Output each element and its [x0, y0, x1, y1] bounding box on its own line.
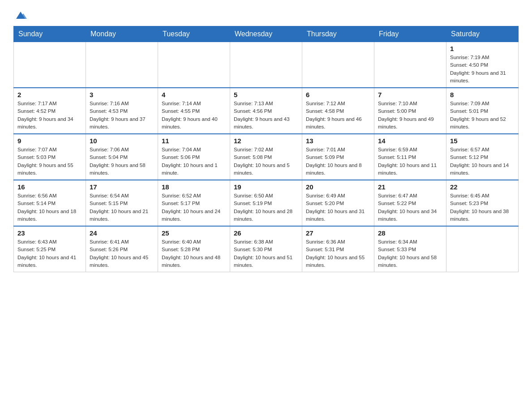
calendar-day-header: Friday: [374, 26, 446, 42]
day-info: Sunrise: 6:49 AMSunset: 5:20 PMDaylight:…: [306, 192, 370, 223]
day-info: Sunrise: 6:52 AMSunset: 5:17 PMDaylight:…: [162, 192, 226, 223]
calendar-day-header: Tuesday: [158, 26, 230, 42]
day-number: 18: [162, 183, 226, 191]
day-info: Sunrise: 6:38 AMSunset: 5:30 PMDaylight:…: [234, 238, 298, 269]
day-info: Sunrise: 7:06 AMSunset: 5:04 PMDaylight:…: [90, 146, 154, 177]
calendar-day-cell: 2Sunrise: 7:17 AMSunset: 4:52 PMDaylight…: [14, 88, 86, 134]
day-number: 19: [234, 183, 298, 191]
calendar-day-cell: [14, 42, 86, 88]
day-number: 2: [17, 91, 82, 98]
day-number: 23: [17, 229, 82, 237]
day-info: Sunrise: 6:59 AMSunset: 5:11 PMDaylight:…: [378, 146, 442, 177]
day-number: 3: [90, 91, 154, 98]
day-number: 5: [234, 91, 298, 98]
calendar-day-cell: 5Sunrise: 7:13 AMSunset: 4:56 PMDaylight…: [230, 88, 302, 134]
day-info: Sunrise: 6:43 AMSunset: 5:25 PMDaylight:…: [17, 238, 82, 269]
day-number: 1: [450, 45, 515, 52]
calendar-day-cell: 24Sunrise: 6:41 AMSunset: 5:26 PMDayligh…: [86, 226, 158, 272]
calendar-day-cell: [374, 42, 446, 88]
day-info: Sunrise: 6:50 AMSunset: 5:19 PMDaylight:…: [234, 192, 298, 223]
calendar-day-cell: 8Sunrise: 7:09 AMSunset: 5:01 PMDaylight…: [446, 88, 519, 134]
calendar-day-cell: 23Sunrise: 6:43 AMSunset: 5:25 PMDayligh…: [14, 226, 86, 272]
calendar-day-cell: 14Sunrise: 6:59 AMSunset: 5:11 PMDayligh…: [374, 134, 446, 180]
calendar-day-cell: 4Sunrise: 7:14 AMSunset: 4:55 PMDaylight…: [158, 88, 230, 134]
calendar-week-row: 9Sunrise: 7:07 AMSunset: 5:03 PMDaylight…: [14, 134, 519, 180]
day-info: Sunrise: 7:04 AMSunset: 5:06 PMDaylight:…: [162, 146, 226, 177]
calendar-week-row: 1Sunrise: 7:19 AMSunset: 4:50 PMDaylight…: [14, 42, 519, 88]
logo: [13, 9, 28, 21]
day-number: 4: [162, 91, 226, 98]
day-number: 20: [306, 183, 370, 191]
calendar-table: SundayMondayTuesdayWednesdayThursdayFrid…: [13, 26, 519, 272]
calendar-day-header: Wednesday: [230, 26, 302, 42]
day-info: Sunrise: 6:54 AMSunset: 5:15 PMDaylight:…: [90, 192, 154, 223]
calendar-day-cell: [86, 42, 158, 88]
day-info: Sunrise: 7:12 AMSunset: 4:58 PMDaylight:…: [306, 100, 370, 131]
day-number: 9: [17, 137, 82, 145]
calendar-day-cell: 6Sunrise: 7:12 AMSunset: 4:58 PMDaylight…: [302, 88, 374, 134]
calendar-day-cell: 3Sunrise: 7:16 AMSunset: 4:53 PMDaylight…: [86, 88, 158, 134]
calendar-day-cell: 20Sunrise: 6:49 AMSunset: 5:20 PMDayligh…: [302, 180, 374, 226]
calendar-day-cell: [158, 42, 230, 88]
day-number: 26: [234, 229, 298, 237]
day-number: 10: [90, 137, 154, 145]
day-info: Sunrise: 6:57 AMSunset: 5:12 PMDaylight:…: [450, 146, 515, 177]
calendar-day-cell: 7Sunrise: 7:10 AMSunset: 5:00 PMDaylight…: [374, 88, 446, 134]
day-info: Sunrise: 7:16 AMSunset: 4:53 PMDaylight:…: [90, 100, 154, 131]
calendar-day-cell: [230, 42, 302, 88]
calendar-day-cell: 13Sunrise: 7:01 AMSunset: 5:09 PMDayligh…: [302, 134, 374, 180]
day-info: Sunrise: 7:10 AMSunset: 5:00 PMDaylight:…: [378, 100, 442, 131]
calendar-day-cell: 15Sunrise: 6:57 AMSunset: 5:12 PMDayligh…: [446, 134, 519, 180]
day-info: Sunrise: 7:07 AMSunset: 5:03 PMDaylight:…: [17, 146, 82, 177]
calendar-day-cell: 17Sunrise: 6:54 AMSunset: 5:15 PMDayligh…: [86, 180, 158, 226]
calendar-day-cell: 22Sunrise: 6:45 AMSunset: 5:23 PMDayligh…: [446, 180, 519, 226]
day-info: Sunrise: 7:09 AMSunset: 5:01 PMDaylight:…: [450, 100, 515, 131]
calendar-day-cell: 26Sunrise: 6:38 AMSunset: 5:30 PMDayligh…: [230, 226, 302, 272]
calendar-day-cell: 1Sunrise: 7:19 AMSunset: 4:50 PMDaylight…: [446, 42, 519, 88]
day-number: 11: [162, 137, 226, 145]
day-number: 16: [17, 183, 82, 191]
calendar-day-cell: 10Sunrise: 7:06 AMSunset: 5:04 PMDayligh…: [86, 134, 158, 180]
day-info: Sunrise: 6:40 AMSunset: 5:28 PMDaylight:…: [162, 238, 226, 269]
calendar-day-cell: 21Sunrise: 6:47 AMSunset: 5:22 PMDayligh…: [374, 180, 446, 226]
calendar-day-header: Sunday: [14, 26, 86, 42]
calendar-day-cell: [302, 42, 374, 88]
day-number: 28: [378, 229, 442, 237]
day-info: Sunrise: 7:14 AMSunset: 4:55 PMDaylight:…: [162, 100, 226, 131]
day-number: 17: [90, 183, 154, 191]
day-number: 25: [162, 229, 226, 237]
calendar-week-row: 16Sunrise: 6:56 AMSunset: 5:14 PMDayligh…: [14, 180, 519, 226]
day-number: 12: [234, 137, 298, 145]
day-info: Sunrise: 7:17 AMSunset: 4:52 PMDaylight:…: [17, 100, 82, 131]
calendar-day-cell: [446, 226, 519, 272]
calendar-day-header: Saturday: [446, 26, 519, 42]
day-info: Sunrise: 6:47 AMSunset: 5:22 PMDaylight:…: [378, 192, 442, 223]
day-info: Sunrise: 7:01 AMSunset: 5:09 PMDaylight:…: [306, 146, 370, 177]
calendar-day-cell: 18Sunrise: 6:52 AMSunset: 5:17 PMDayligh…: [158, 180, 230, 226]
day-number: 6: [306, 91, 370, 98]
calendar-day-cell: 16Sunrise: 6:56 AMSunset: 5:14 PMDayligh…: [14, 180, 86, 226]
calendar-day-cell: 19Sunrise: 6:50 AMSunset: 5:19 PMDayligh…: [230, 180, 302, 226]
calendar-week-row: 2Sunrise: 7:17 AMSunset: 4:52 PMDaylight…: [14, 88, 519, 134]
calendar-day-cell: 12Sunrise: 7:02 AMSunset: 5:08 PMDayligh…: [230, 134, 302, 180]
day-number: 15: [450, 137, 515, 145]
day-info: Sunrise: 7:02 AMSunset: 5:08 PMDaylight:…: [234, 146, 298, 177]
day-info: Sunrise: 6:56 AMSunset: 5:14 PMDaylight:…: [17, 192, 82, 223]
day-info: Sunrise: 7:13 AMSunset: 4:56 PMDaylight:…: [234, 100, 298, 131]
page-header: [13, 9, 519, 21]
day-info: Sunrise: 6:36 AMSunset: 5:31 PMDaylight:…: [306, 238, 370, 269]
logo-icon: [14, 9, 27, 21]
calendar-header-row: SundayMondayTuesdayWednesdayThursdayFrid…: [14, 26, 519, 42]
day-number: 27: [306, 229, 370, 237]
day-number: 24: [90, 229, 154, 237]
calendar-day-cell: 28Sunrise: 6:34 AMSunset: 5:33 PMDayligh…: [374, 226, 446, 272]
calendar-week-row: 23Sunrise: 6:43 AMSunset: 5:25 PMDayligh…: [14, 226, 519, 272]
calendar-day-header: Monday: [86, 26, 158, 42]
day-info: Sunrise: 7:19 AMSunset: 4:50 PMDaylight:…: [450, 54, 515, 85]
calendar-day-cell: 11Sunrise: 7:04 AMSunset: 5:06 PMDayligh…: [158, 134, 230, 180]
day-number: 14: [378, 137, 442, 145]
day-info: Sunrise: 6:45 AMSunset: 5:23 PMDaylight:…: [450, 192, 515, 223]
calendar-day-cell: 25Sunrise: 6:40 AMSunset: 5:28 PMDayligh…: [158, 226, 230, 272]
calendar-day-cell: 27Sunrise: 6:36 AMSunset: 5:31 PMDayligh…: [302, 226, 374, 272]
day-number: 13: [306, 137, 370, 145]
